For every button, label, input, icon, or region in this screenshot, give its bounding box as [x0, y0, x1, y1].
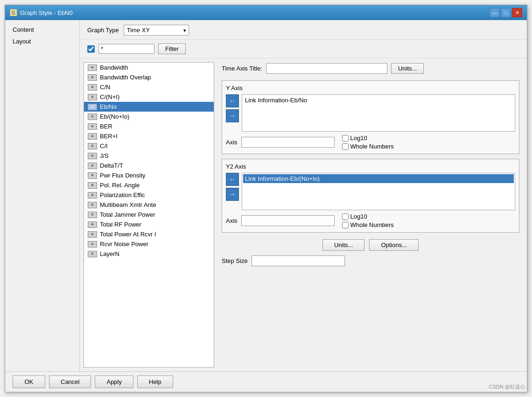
list-icon-rcvrnoise: ≡: [88, 241, 97, 248]
sidebar-item-content[interactable]: Content: [5, 24, 79, 35]
list-icon-js: ≡: [88, 153, 97, 159]
title-buttons: — □ ✕: [490, 8, 522, 17]
sidebar: Content Layout: [5, 20, 80, 371]
y-axis-list[interactable]: Link Information-Eb/No: [242, 94, 515, 132]
list-label-ber1: BER+I: [100, 133, 118, 140]
list-item-ber[interactable]: ≡ BER: [84, 121, 214, 131]
cancel-button[interactable]: Cancel: [49, 376, 91, 388]
graph-type-select[interactable]: Time XY XY Time Bar: [124, 25, 189, 35]
list-label-cn1: C/(N+I): [100, 93, 119, 100]
list-item-totaljammer[interactable]: ≡ Total Jammer Power: [84, 210, 214, 220]
filter-input[interactable]: [98, 44, 154, 54]
y-axis-axis-input[interactable]: [241, 137, 335, 148]
list-item-ci[interactable]: ≡ C/I: [84, 141, 214, 151]
list-item-totalrf[interactable]: ≡ Total RF Power: [84, 220, 214, 229]
list-item-js[interactable]: ≡ J/S: [84, 151, 214, 161]
title-bar-left: G Graph Style - EbN0: [10, 9, 73, 16]
list-icon-ci: ≡: [88, 143, 97, 149]
list-item-layern[interactable]: ≡ LayerN: [84, 249, 214, 259]
footer: OK Cancel Apply Help: [5, 371, 527, 392]
list-item-cn1[interactable]: ≡ C/(N+I): [84, 92, 214, 102]
content-area: ≡ Bandwidth ≡ Bandwidth Overlap ≡ C/N ≡ …: [80, 58, 527, 371]
units-button[interactable]: Units...: [322, 239, 364, 251]
filter-checkbox[interactable]: [87, 45, 95, 53]
list-icon-totaljammer: ≡: [88, 212, 97, 218]
y2-axis-left-arrow-button[interactable]: ←: [226, 173, 239, 186]
list-item-ebnoplusio[interactable]: ≡ Eb/(No+Io): [84, 112, 214, 121]
main-content: Graph Type Time XY XY Time Bar Filter: [80, 20, 527, 371]
y-axis-left-arrow-button[interactable]: ←: [226, 94, 239, 107]
list-item-deltat[interactable]: ≡ DeltaT/T: [84, 161, 214, 170]
list-icon-ebnoplusio: ≡: [88, 113, 97, 120]
list-item-bandwidth[interactable]: ≡ Bandwidth: [84, 63, 214, 72]
list-item-ber1[interactable]: ≡ BER+I: [84, 131, 214, 141]
y-axis-list-item-ebno[interactable]: Link Information-Eb/No: [243, 96, 514, 105]
list-icon-ber1: ≡: [88, 133, 97, 140]
list-item-bandwidth-overlap[interactable]: ≡ Bandwidth Overlap: [84, 72, 214, 82]
close-button[interactable]: ✕: [512, 8, 522, 17]
sidebar-item-layout[interactable]: Layout: [5, 35, 79, 47]
help-button[interactable]: Help: [137, 376, 173, 388]
list-icon-multibeam: ≡: [88, 202, 97, 208]
list-label-rcvrnoise: Rcvr Noise Power: [100, 241, 148, 248]
y-axis-title: Y Axis: [226, 85, 515, 92]
list-icon-pwrflux: ≡: [88, 172, 97, 179]
watermark: CSDN @红蓝心: [489, 383, 525, 390]
list-item-poleff[interactable]: ≡ Polarization Effic: [84, 190, 214, 200]
title-bar: G Graph Style - EbN0 — □ ✕: [5, 5, 527, 20]
top-bar: Graph Type Time XY XY Time Bar: [80, 20, 527, 40]
list-item-totalpwrrcvr[interactable]: ≡ Total Power At Rcvr I: [84, 229, 214, 239]
y2-axis-whole-numbers-row: Whole Numbers: [342, 221, 394, 228]
y2-axis-right-arrow-button[interactable]: →: [226, 188, 239, 201]
ok-button[interactable]: OK: [13, 376, 45, 388]
list-item-polrel[interactable]: ≡ Pol. Rel. Angle: [84, 180, 214, 190]
y2-axis-row: ← → Link Information-Eb/(No+Io): [226, 173, 515, 210]
list-label-deltat: DeltaT/T: [100, 162, 123, 169]
y-axis-whole-numbers-label: Whole Numbers: [350, 143, 394, 150]
list-icon-layern: ≡: [88, 251, 97, 257]
apply-button[interactable]: Apply: [95, 376, 133, 388]
y-axis-whole-numbers-row: Whole Numbers: [342, 143, 394, 150]
y2-axis-list-item-ebnoio[interactable]: Link Information-Eb/(No+Io): [243, 174, 514, 183]
list-label-pwrflux: Pwr Flux Density: [100, 172, 146, 179]
window-body: Content Layout Graph Type Time XY XY Tim…: [5, 20, 527, 371]
window-icon: G: [10, 9, 17, 16]
y2-axis-axis-input[interactable]: [241, 215, 335, 226]
y-axis-log10-checkbox[interactable]: [342, 135, 349, 142]
y2-axis-whole-numbers-checkbox[interactable]: [342, 222, 349, 228]
y-axis-whole-numbers-checkbox[interactable]: [342, 143, 349, 150]
units-options-buttons: Units... Options...: [222, 239, 519, 251]
y2-axis-whole-numbers-label: Whole Numbers: [350, 221, 394, 228]
filter-bar: Filter: [80, 40, 527, 58]
y2-axis-list[interactable]: Link Information-Eb/(No+Io): [242, 173, 515, 210]
list-item-rcvrnoise[interactable]: ≡ Rcvr Noise Power: [84, 239, 214, 249]
list-icon-totalrf: ≡: [88, 221, 97, 228]
y-axis-axis-label: Axis: [226, 139, 238, 146]
list-label-bandwidth: Bandwidth: [100, 64, 128, 71]
list-label-multibeam: Multibeam Xmtr Ante: [100, 201, 156, 208]
maximize-button[interactable]: □: [501, 8, 511, 17]
step-size-section: Step Size: [222, 255, 519, 266]
options-button[interactable]: Options...: [369, 239, 419, 251]
list-icon-polrel: ≡: [88, 182, 97, 189]
y2-axis-checkboxes: Log10 Whole Numbers: [342, 213, 394, 228]
list-item-pwrflux[interactable]: ≡ Pwr Flux Density: [84, 170, 214, 180]
filter-button[interactable]: Filter: [158, 43, 186, 54]
list-label-cn: C/N: [100, 84, 110, 91]
step-size-input[interactable]: [252, 255, 345, 266]
y2-axis-log10-checkbox[interactable]: [342, 213, 349, 220]
list-label-totaljammer: Total Jammer Power: [100, 211, 155, 218]
list-icon-totalpwrrcvr: ≡: [88, 231, 97, 238]
list-icon-ber: ≡: [88, 123, 97, 130]
time-axis-units-button[interactable]: Units...: [391, 63, 424, 74]
y-axis-section: Y Axis ← → Link Information-Eb/No Axis: [222, 80, 519, 154]
minimize-button[interactable]: —: [490, 8, 500, 17]
list-item-cn[interactable]: ≡ C/N: [84, 82, 214, 92]
step-size-label: Step Size: [222, 257, 248, 264]
time-axis-input[interactable]: [266, 63, 387, 74]
time-axis-row: Time Axis Title: Units...: [222, 63, 519, 74]
list-label-ebnoplusio: Eb/(No+Io): [100, 113, 129, 120]
list-item-multibeam[interactable]: ≡ Multibeam Xmtr Ante: [84, 200, 214, 210]
list-item-ebno[interactable]: ≡ Eb/No: [84, 102, 214, 112]
y-axis-right-arrow-button[interactable]: →: [226, 109, 239, 122]
